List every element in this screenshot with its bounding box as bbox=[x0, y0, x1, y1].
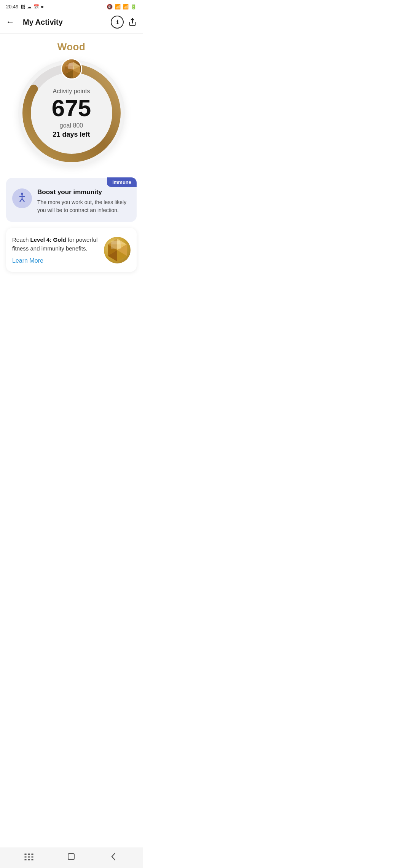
app-header: ← My Activity ℹ bbox=[0, 12, 143, 34]
svg-rect-33 bbox=[68, 854, 74, 860]
levelup-text-wrap: Reach Level 4: Gold for powerful fitness… bbox=[12, 236, 99, 264]
wood-gem bbox=[62, 59, 81, 78]
status-wifi-icon: 📶 bbox=[115, 4, 121, 10]
svg-rect-24 bbox=[24, 854, 27, 855]
nav-menu-button[interactable] bbox=[19, 853, 38, 863]
status-calendar-icon: 📅 bbox=[33, 4, 39, 10]
status-photo-icon: 🖼 bbox=[21, 4, 25, 10]
info-button[interactable]: ℹ bbox=[111, 16, 124, 29]
home-square-icon bbox=[67, 852, 75, 863]
back-chevron-icon bbox=[111, 852, 116, 863]
levelup-text-prefix: Reach bbox=[12, 236, 30, 243]
activity-points-value: 675 bbox=[52, 96, 91, 120]
home-square-svg bbox=[67, 852, 75, 861]
immune-tag: immune bbox=[107, 177, 137, 187]
time-display: 20:49 bbox=[6, 4, 19, 10]
svg-rect-28 bbox=[28, 857, 30, 858]
svg-line-15 bbox=[22, 199, 24, 202]
status-bar: 20:49 🖼 ☁ 📅 🔇 📶 📶 🔋 bbox=[0, 0, 143, 12]
boost-immunity-card: immune Bo bbox=[6, 178, 137, 222]
svg-rect-32 bbox=[31, 859, 33, 860]
svg-marker-23 bbox=[108, 239, 127, 244]
info-icon: ℹ bbox=[116, 19, 118, 25]
status-cloud-icon: ☁ bbox=[27, 4, 32, 10]
activity-goal: goal 800 bbox=[60, 122, 83, 129]
wood-gem-svg bbox=[62, 59, 82, 80]
boost-icon-wrapper bbox=[12, 188, 32, 208]
activity-ring-container: Activity points 675 goal 800 21 days lef… bbox=[0, 60, 143, 166]
status-battery-icon: 🔋 bbox=[131, 4, 137, 10]
gold-gem-svg bbox=[104, 237, 131, 263]
bottom-navigation bbox=[0, 847, 143, 868]
activity-ring-card: Activity points 675 goal 800 21 days lef… bbox=[18, 60, 125, 166]
boost-text-block: Boost your immunity The more you work ou… bbox=[37, 188, 131, 214]
back-button[interactable]: ← bbox=[6, 17, 20, 27]
days-left: 21 days left bbox=[53, 131, 90, 139]
level-avatar bbox=[61, 58, 82, 80]
levelup-card: Reach Level 4: Gold for powerful fitness… bbox=[6, 228, 137, 272]
svg-rect-27 bbox=[24, 857, 27, 858]
header-actions: ℹ bbox=[111, 16, 137, 29]
svg-rect-26 bbox=[31, 854, 33, 855]
back-chevron-svg bbox=[111, 852, 116, 861]
menu-icon bbox=[24, 853, 33, 863]
status-time: 20:49 🖼 ☁ 📅 bbox=[6, 4, 43, 10]
learn-more-link[interactable]: Learn More bbox=[12, 257, 43, 264]
share-button[interactable] bbox=[128, 18, 137, 26]
nav-back-button[interactable] bbox=[104, 852, 123, 863]
svg-rect-31 bbox=[28, 859, 30, 860]
page-title: My Activity bbox=[20, 18, 111, 27]
svg-rect-25 bbox=[28, 854, 30, 855]
person-activity-icon bbox=[17, 192, 27, 205]
level-title: Wood bbox=[0, 41, 143, 53]
nav-home-button[interactable] bbox=[62, 852, 81, 863]
gold-gem bbox=[104, 237, 131, 263]
boost-description: The more you work out, the less likely y… bbox=[37, 198, 131, 214]
ring-center-info: Activity points 675 goal 800 21 days lef… bbox=[52, 88, 91, 139]
levelup-bold-text: Level 4: Gold bbox=[30, 236, 66, 243]
activity-points-label: Activity points bbox=[53, 88, 90, 95]
svg-line-14 bbox=[20, 199, 22, 202]
svg-point-11 bbox=[21, 193, 23, 195]
levelup-description: Reach Level 4: Gold for powerful fitness… bbox=[12, 236, 99, 253]
status-right-icons: 🔇 📶 📶 🔋 bbox=[107, 4, 137, 10]
status-mute-icon: 🔇 bbox=[107, 4, 113, 10]
main-content: Wood bbox=[0, 34, 143, 310]
menu-lines-svg bbox=[24, 854, 33, 860]
boost-heading: Boost your immunity bbox=[37, 188, 131, 196]
share-icon bbox=[128, 18, 137, 26]
status-signal-icon: 📶 bbox=[123, 4, 129, 10]
svg-rect-30 bbox=[24, 859, 27, 860]
status-dot bbox=[41, 6, 43, 8]
activity-figure-svg bbox=[17, 192, 27, 203]
svg-rect-29 bbox=[31, 857, 33, 858]
svg-marker-10 bbox=[65, 62, 80, 66]
